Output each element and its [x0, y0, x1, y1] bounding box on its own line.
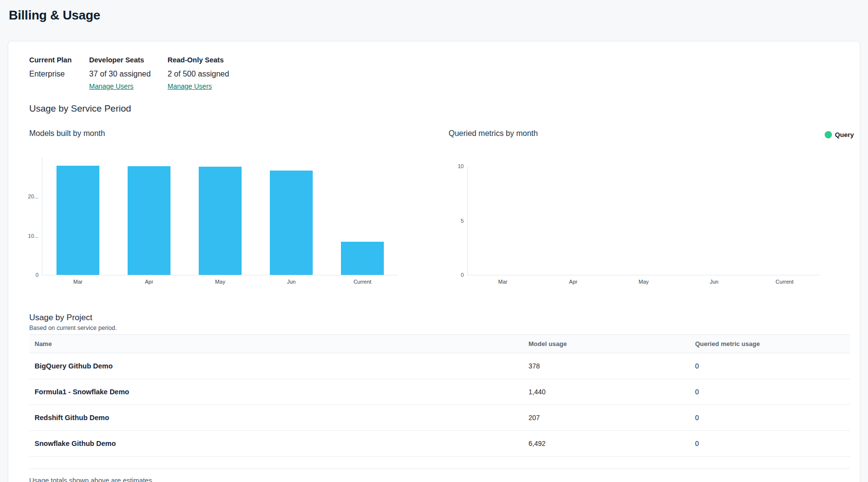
- current-plan-column: Current Plan Enterprise: [29, 56, 89, 91]
- x-axis-tick-label: Jun: [679, 279, 750, 285]
- bar-jun: [270, 171, 313, 275]
- usage-section-title: Usage by Service Period: [29, 103, 131, 114]
- model-usage-value: 378: [523, 362, 690, 370]
- column-header-model-usage: Model usage: [523, 340, 690, 347]
- usage-estimates-footnote: Usage totals shown above are estimates: [29, 477, 850, 482]
- usage-by-project-title: Usage by Project: [29, 312, 850, 323]
- x-axis-tick-label: Jun: [256, 279, 327, 285]
- current-plan-value: Enterprise: [29, 70, 89, 78]
- manage-readonly-users-link[interactable]: Manage Users: [168, 82, 212, 90]
- project-name: BigQuery Github Demo: [29, 362, 523, 370]
- queried-metric-usage-value: 0: [690, 440, 850, 447]
- x-axis-tick-label: May: [185, 279, 256, 285]
- table-footer-divider: [29, 457, 850, 469]
- x-axis-tick-label: Apr: [113, 279, 185, 285]
- table-row: BigQuery Github Demo 378 0: [29, 353, 850, 379]
- readonly-seats-column: Read-Only Seats 2 of 500 assigned Manage…: [168, 56, 229, 91]
- table-header-row: Name Model usage Queried metric usage: [29, 335, 850, 353]
- x-axis-tick-label: Current: [749, 279, 820, 285]
- query-legend-dot-icon: [825, 131, 832, 138]
- project-name: Snowflake Github Demo: [29, 440, 523, 447]
- x-axis-tick-label: Mar: [468, 279, 538, 285]
- table-row: Snowflake Github Demo 6,492 0: [29, 431, 850, 457]
- models-built-chart-title: Models built by month: [29, 129, 419, 138]
- y-axis-tick-label: 20...: [19, 193, 38, 199]
- model-usage-value: 207: [523, 414, 690, 422]
- models-built-chart: Models built by month 010...20...MarAprM…: [29, 129, 419, 290]
- queried-metric-usage-value: 0: [690, 414, 850, 422]
- usage-by-project-section: Usage by Project Based on current servic…: [29, 312, 850, 482]
- column-header-queried-metric-usage: Queried metric usage: [690, 340, 850, 347]
- query-legend-label: Query: [835, 131, 854, 138]
- queried-metric-usage-value: 0: [690, 388, 850, 396]
- model-usage-value: 1,440: [523, 388, 690, 396]
- current-plan-label: Current Plan: [29, 56, 89, 64]
- y-axis-tick-label: 10...: [19, 233, 38, 239]
- x-axis-tick-label: Current: [327, 279, 398, 285]
- query-legend: Query: [825, 130, 854, 139]
- page-title: Billing & Usage: [9, 8, 100, 23]
- developer-seats-value: 37 of 30 assigned: [89, 70, 168, 78]
- developer-seats-label: Developer Seats: [89, 56, 168, 64]
- bar-current: [341, 242, 384, 275]
- bar-may: [199, 167, 242, 275]
- plan-summary: Current Plan Enterprise Developer Seats …: [29, 56, 229, 91]
- x-axis-tick-label: May: [608, 279, 679, 285]
- y-axis-tick-label: 0: [19, 272, 38, 278]
- usage-by-project-table: Name Model usage Queried metric usage Bi…: [29, 334, 850, 469]
- x-axis-tick-label: Apr: [538, 279, 609, 285]
- y-axis-tick-label: 5: [444, 218, 464, 224]
- model-usage-value: 6,492: [523, 440, 690, 447]
- models-built-plot: 010...20...MarAprMayJunCurrent: [42, 157, 398, 275]
- billing-card: Current Plan Enterprise Developer Seats …: [8, 41, 860, 482]
- bar-apr: [128, 166, 170, 275]
- table-row: Formula1 - Snowflake Demo 1,440 0: [29, 379, 850, 405]
- readonly-seats-value: 2 of 500 assigned: [168, 70, 229, 78]
- readonly-seats-label: Read-Only Seats: [168, 56, 229, 64]
- table-row: Redshift Github Demo 207 0: [29, 405, 850, 431]
- developer-seats-column: Developer Seats 37 of 30 assigned Manage…: [89, 56, 168, 91]
- queried-metrics-chart-title: Queried metrics by month: [449, 129, 861, 138]
- bar-mar: [57, 166, 99, 275]
- queried-metrics-chart: Queried metrics by month Query 0510MarAp…: [449, 129, 861, 290]
- column-header-name: Name: [29, 340, 523, 347]
- y-axis-tick-label: 10: [444, 163, 464, 169]
- project-name: Redshift Github Demo: [29, 414, 523, 422]
- x-axis-tick-label: Mar: [42, 279, 113, 285]
- y-axis-tick-label: 0: [444, 272, 464, 278]
- queried-metric-usage-value: 0: [690, 362, 850, 370]
- queried-metrics-plot: 0510MarAprMayJunCurrent: [467, 166, 820, 275]
- usage-by-project-subtitle: Based on current service period.: [29, 324, 850, 332]
- project-name: Formula1 - Snowflake Demo: [29, 388, 523, 396]
- manage-developer-users-link[interactable]: Manage Users: [89, 82, 133, 90]
